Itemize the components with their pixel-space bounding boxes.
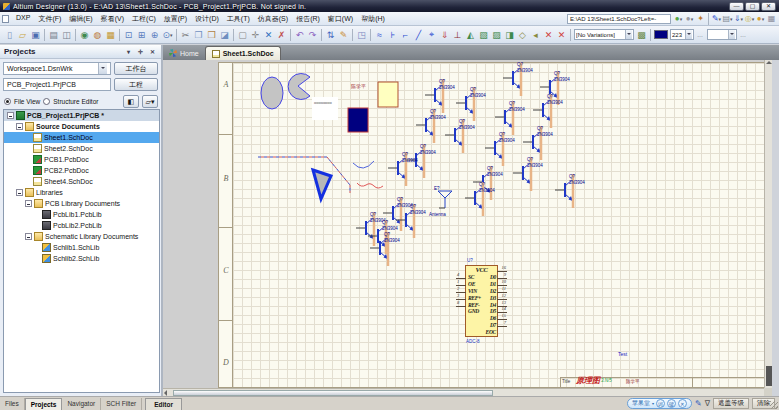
place-sheet-entry-icon[interactable]: ▨ (490, 28, 503, 41)
minimize-button[interactable]: — (729, 2, 744, 11)
tree-item-schlib1-schlib[interactable]: Schlib1.SchLib (4, 242, 159, 253)
chevron-down-icon[interactable] (98, 63, 107, 74)
open-project-button[interactable]: ▱▾ (142, 95, 158, 108)
validate-button[interactable]: ◧ (123, 95, 139, 108)
transistor[interactable]: Q?2N3904 (495, 101, 525, 135)
record-icon[interactable]: ● (755, 12, 766, 25)
menu-r[interactable]: 报告(R) (292, 13, 324, 25)
zoom-in-icon[interactable]: ⊕ (148, 28, 161, 41)
transistor[interactable]: Q?2N3904 (523, 126, 553, 160)
print-icon[interactable]: ▤ (47, 28, 60, 41)
annotate-icon[interactable]: ✎ (337, 28, 350, 41)
filter-icon[interactable]: ∇ (705, 399, 710, 408)
panel-menu-icon[interactable]: ▾ (124, 48, 133, 55)
transistor[interactable]: Q?2N3904 (425, 79, 455, 113)
line-color-swatch[interactable] (654, 30, 668, 39)
open-device-view-icon[interactable]: ◉ (78, 28, 91, 41)
menu-v[interactable]: 察看(V) (97, 13, 128, 25)
open-document-icon[interactable]: ▱ (16, 28, 29, 41)
panel-tab-files[interactable]: Files (0, 398, 25, 410)
panel-tab-navigator[interactable]: Navigator (62, 398, 101, 410)
tree-item-sheet4-schdoc[interactable]: Sheet4.SchDoc (4, 176, 159, 187)
mask-pencil-icon[interactable]: ✎ (695, 399, 702, 408)
menu-dxp[interactable]: DXP (12, 13, 34, 25)
selection-area-icon[interactable]: ▢ (236, 28, 249, 41)
vertical-scrollbar[interactable] (764, 60, 772, 388)
tree-item-pcb-library-documents[interactable]: PCB Library Documents (4, 198, 159, 209)
home-page-icon[interactable]: ◍ (91, 28, 104, 41)
place-device-sheet-icon[interactable]: ◨ (503, 28, 516, 41)
project-button[interactable]: 工程 (114, 78, 158, 91)
workspace-button[interactable]: 工作台 (114, 62, 158, 75)
transistor[interactable]: Q?2N3904 (485, 132, 515, 166)
smart-paste-icon[interactable]: ◪ (218, 28, 231, 41)
more-options-2[interactable]: … (740, 32, 747, 38)
menu-s[interactable]: 仿真器(S) (254, 13, 292, 25)
tab-sheet1[interactable]: Sheet1.SchDoc (205, 46, 281, 60)
tree-item-pcb_project1-prjpcb[interactable]: PCB_Project1.PrjPCB * (4, 110, 159, 121)
menu-e[interactable]: 编辑(E) (65, 13, 96, 25)
forward-icon[interactable]: ● (684, 12, 695, 25)
panel-pin-icon[interactable]: ✛ (136, 48, 145, 55)
redo-icon[interactable]: ↷ (306, 28, 319, 41)
tab-home[interactable]: Home (163, 46, 205, 60)
place-net-label-icon[interactable]: ⌖ (425, 28, 438, 41)
ime-close-button[interactable]: ✕ (678, 399, 687, 408)
tree-item-pcblib1-pcblib[interactable]: PcbLib1.PcbLib (4, 209, 159, 220)
place-harness-connector-icon[interactable]: ◇ (516, 28, 529, 41)
up-icon[interactable]: ✦ (695, 12, 706, 25)
chip-pin[interactable] (456, 306, 466, 307)
tree-expander-icon[interactable] (25, 200, 32, 207)
back-icon[interactable]: ● (673, 12, 684, 25)
panel-tab-projects[interactable]: Projects (25, 398, 63, 410)
close-button[interactable]: ✕ (761, 2, 776, 11)
tree-item-pcb2-pcbdoc[interactable]: PCB2.PcbDoc (4, 165, 159, 176)
transistor[interactable]: Q?2N3904 (456, 87, 486, 121)
vscroll-thumb[interactable] (766, 366, 772, 386)
resize-grip[interactable] (770, 401, 778, 409)
pin-icon[interactable]: ◎ (744, 12, 755, 25)
editor-tab[interactable]: Editor (145, 398, 182, 410)
transistor[interactable]: Q?2N3904 (503, 62, 533, 96)
grid-select[interactable] (707, 29, 737, 40)
transistor[interactable]: Q?2N3904 (465, 182, 495, 216)
file-view-radio[interactable] (4, 98, 11, 105)
transistor[interactable]: Q?2N3904 (396, 204, 426, 238)
place-port-icon[interactable]: ⇓ (438, 28, 451, 41)
menu-t[interactable]: 工具(T) (223, 13, 254, 25)
panels-grid-icon[interactable]: ▦ (766, 12, 777, 25)
variations-select[interactable]: [No Variations] (574, 29, 634, 40)
menu-w[interactable]: 窗口(W) (324, 13, 357, 25)
menu-p[interactable]: 放置(P) (160, 13, 191, 25)
tree-expander-icon[interactable] (16, 189, 23, 196)
transistor[interactable]: Q?2N3904 (445, 119, 475, 153)
transistor[interactable]: Q?2N3904 (370, 232, 400, 266)
no-erc-icon[interactable]: ✕ (542, 28, 555, 41)
ime-keyboard-button[interactable]: 键 (667, 399, 676, 408)
move-objects-icon[interactable]: ⇅ (324, 28, 337, 41)
workspace-icon[interactable]: ▦ (104, 28, 117, 41)
transistor[interactable]: Q?2N3904 (416, 109, 446, 143)
place-bus-icon[interactable]: ⊦ (386, 28, 399, 41)
tree-expander-icon[interactable] (25, 233, 32, 240)
menu-c[interactable]: 工程(C) (128, 13, 160, 25)
scroll-up-icon[interactable] (766, 61, 772, 64)
tree-item-pcb1-pcbdoc[interactable]: PCB1.PcbDoc (4, 154, 159, 165)
transistor[interactable]: Q?2N3904 (513, 157, 543, 191)
tree-expander-icon[interactable] (16, 123, 23, 130)
zoom-document-icon[interactable]: ⊡ (122, 28, 135, 41)
tree-item-schlib2-schlib[interactable]: Schlib2.SchLib (4, 253, 159, 264)
chip-pin[interactable] (497, 326, 507, 327)
tree-item-source-documents[interactable]: Source Documents (4, 121, 159, 132)
ime-name[interactable]: 苹果堂 (632, 399, 650, 408)
edit-favorites-icon[interactable]: ✎ (711, 12, 722, 25)
transistor[interactable]: Q?2N3904 (388, 152, 418, 186)
print-quick-icon[interactable]: ▤ (722, 12, 733, 25)
paste-icon[interactable]: ❒ (205, 28, 218, 41)
cross-probe-icon[interactable]: ✕ (262, 28, 275, 41)
panel-tab-sch-filter[interactable]: SCH Filter (101, 398, 142, 410)
workspace-select[interactable]: Workspace1.DsnWrk (3, 62, 111, 75)
place-harness-entry-icon[interactable]: ◂ (529, 28, 542, 41)
tree-item-sheet2-schdoc[interactable]: Sheet2.SchDoc (4, 143, 159, 154)
horizontal-scrollbar[interactable] (163, 388, 764, 396)
